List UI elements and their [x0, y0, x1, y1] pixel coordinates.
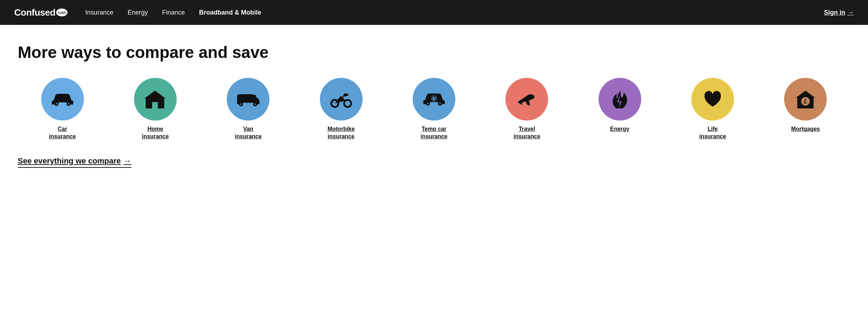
nav-broadband[interactable]: Broadband & Mobile	[199, 9, 261, 16]
motorbike-icon-circle	[320, 78, 363, 121]
see-everything-label: See everything we compare	[18, 156, 121, 166]
travel-icon	[515, 90, 539, 108]
home-icon-circle	[134, 78, 177, 121]
mortgages-icon-circle: £	[784, 78, 827, 121]
compare-item-travel[interactable]: Travelinsurance	[482, 78, 572, 140]
svg-point-16	[427, 103, 429, 104]
svg-point-17	[439, 103, 441, 104]
logo-text: Confused	[14, 7, 55, 18]
mortgages-label: Mortgages	[791, 125, 820, 133]
van-label: Vaninsurance	[235, 125, 262, 140]
compare-item-mortgages[interactable]: £ Mortgages	[761, 78, 850, 133]
svg-point-2	[56, 103, 57, 105]
energy-label: Energy	[610, 125, 629, 133]
compare-item-home[interactable]: Homeinsurance	[111, 78, 200, 140]
main-content: More ways to compare and save Carinsuran…	[0, 25, 868, 310]
car-label: Carinsurance	[49, 125, 76, 140]
motorbike-label: Motorbikeinsurance	[327, 125, 354, 140]
signin-arrow: →	[847, 9, 854, 16]
section-title: More ways to compare and save	[18, 43, 850, 62]
signin-link[interactable]: Sign in →	[824, 9, 854, 16]
compare-grid: Carinsurance Homeinsurance	[18, 78, 850, 140]
logo-dot-text: com	[58, 10, 66, 15]
energy-icon-circle	[599, 78, 641, 121]
life-label: Lifeinsurance	[699, 125, 726, 140]
svg-point-9	[254, 103, 256, 105]
navbar: Confused com Insurance Energy Finance Br…	[0, 0, 868, 25]
svg-point-8	[240, 103, 242, 105]
svg-point-12	[344, 100, 351, 107]
nav-insurance[interactable]: Insurance	[85, 9, 113, 16]
svg-text:£: £	[804, 98, 807, 105]
compare-item-energy[interactable]: Energy	[575, 78, 664, 133]
svg-rect-10	[251, 95, 256, 100]
see-everything-link[interactable]: See everything we compare →	[18, 156, 132, 168]
home-icon	[144, 88, 167, 111]
van-icon-circle	[227, 78, 269, 121]
signin-label: Sign in	[824, 9, 845, 16]
see-everything-arrow: →	[124, 156, 132, 166]
nav-links: Insurance Energy Finance Broadband & Mob…	[85, 9, 824, 16]
car-icon-circle	[41, 78, 84, 121]
temp-car-label: Temp carinsurance	[420, 125, 448, 140]
logo-dot: com	[56, 9, 68, 16]
mortgages-icon: £	[794, 88, 816, 111]
temp-car-icon	[422, 90, 446, 108]
temp-car-icon-circle	[413, 78, 455, 121]
compare-item-van[interactable]: Vaninsurance	[204, 78, 293, 140]
svg-point-3	[68, 103, 69, 105]
life-icon	[702, 89, 724, 109]
compare-item-motorbike[interactable]: Motorbikeinsurance	[296, 78, 386, 140]
motorbike-icon	[329, 90, 353, 108]
travel-label: Travelinsurance	[514, 125, 541, 140]
compare-item-life[interactable]: Lifeinsurance	[668, 78, 757, 140]
compare-item-temp-car[interactable]: Temp carinsurance	[389, 78, 478, 140]
svg-point-13	[339, 96, 343, 99]
nav-energy[interactable]: Energy	[128, 9, 148, 16]
svg-rect-5	[153, 93, 157, 97]
life-icon-circle	[691, 78, 734, 121]
home-label: Homeinsurance	[142, 125, 169, 140]
car-icon	[50, 90, 75, 108]
compare-item-car[interactable]: Carinsurance	[18, 78, 107, 140]
energy-icon	[609, 88, 631, 111]
van-icon	[235, 90, 261, 108]
logo[interactable]: Confused com	[14, 7, 68, 18]
nav-finance[interactable]: Finance	[162, 9, 185, 16]
travel-icon-circle	[505, 78, 548, 121]
